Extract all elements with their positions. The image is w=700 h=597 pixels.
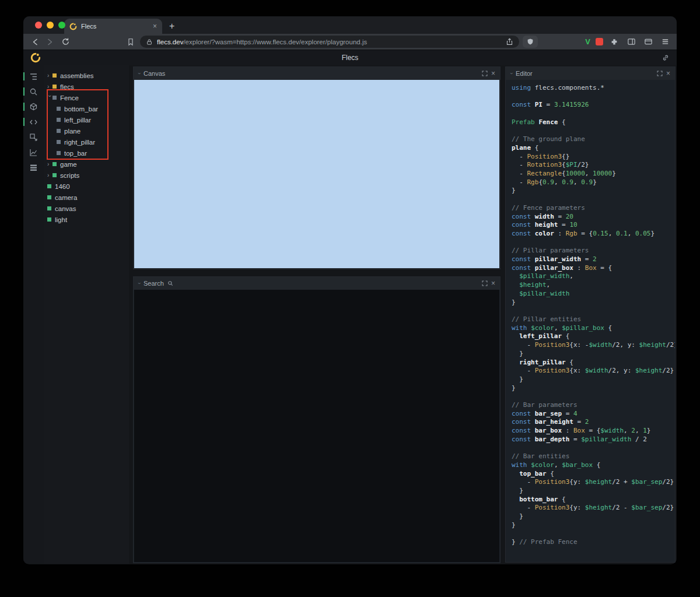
code-line: left_pillar { — [512, 332, 669, 341]
code-line: } — [512, 187, 669, 195]
share-icon[interactable] — [506, 38, 513, 45]
canvas-panel-title: Canvas — [144, 70, 165, 77]
tree-chevron-icon[interactable]: › — [47, 172, 52, 178]
expand-icon[interactable] — [482, 280, 488, 286]
editor-code[interactable]: using flecs.components.* const PI = 3.14… — [506, 80, 675, 562]
code-line: // Pillar parameters — [512, 247, 669, 255]
close-icon[interactable]: × — [666, 69, 670, 78]
code-line: bottom_bar { — [512, 496, 669, 504]
code-line: $pillar_width — [512, 290, 669, 298]
stats-rows-icon[interactable] — [23, 160, 44, 175]
chart-icon[interactable] — [23, 145, 44, 160]
search-results-area[interactable] — [134, 290, 499, 562]
tree-item-label: bottom_bar — [64, 106, 98, 113]
sidebar-panel-icon[interactable] — [625, 36, 637, 48]
tree-item-right_pillar[interactable]: right_pillar — [44, 136, 129, 148]
flecs-logo[interactable] — [30, 52, 41, 63]
tree-item-canvas[interactable]: canvas — [44, 203, 129, 214]
expand-icon[interactable] — [482, 71, 488, 76]
red-extension-icon[interactable] — [596, 38, 603, 45]
window-zoom-button[interactable] — [58, 22, 65, 29]
url-domain: flecs.dev — [157, 38, 183, 45]
tree-item-assemblies[interactable]: ›assemblies — [44, 70, 129, 81]
tree-item-Fence[interactable]: ›Fence — [44, 92, 129, 103]
shield-extension-icon[interactable] — [523, 36, 538, 48]
tree-item-bottom_bar[interactable]: bottom_bar — [44, 103, 129, 114]
tree-item-camera[interactable]: camera — [44, 192, 129, 203]
code-line: - Position3{y: $height/2 + $bar_sep/2} — [512, 478, 669, 487]
code-line: // Bar parameters — [512, 401, 669, 410]
back-button[interactable] — [29, 36, 41, 48]
entity-square-icon — [47, 195, 51, 199]
entity-square-icon — [52, 96, 57, 100]
window-minimize-button[interactable] — [47, 22, 54, 29]
tree-item-label: plane — [64, 128, 80, 135]
wallet-card-icon[interactable] — [642, 36, 654, 48]
new-tab-button[interactable]: + — [169, 21, 174, 31]
panel-chevron-icon[interactable]: › — [136, 283, 142, 285]
code-line: // Pillar entities — [512, 315, 669, 324]
code-line — [512, 307, 669, 315]
tree-item-flecs[interactable]: ›flecs — [44, 81, 129, 92]
entity-tree-panel: ›assemblies›flecs›Fencebottom_barleft_pi… — [44, 65, 129, 564]
browser-tab[interactable]: Flecs × — [64, 19, 162, 34]
forward-button[interactable] — [44, 36, 56, 48]
tab-strip: Flecs × + — [23, 16, 677, 34]
tree-item-1460[interactable]: 1460 — [44, 181, 129, 192]
window-close-button[interactable] — [35, 22, 42, 29]
code-line: const width = 20 — [512, 213, 669, 222]
panel-chevron-icon[interactable]: › — [509, 73, 514, 75]
code-line — [512, 392, 669, 401]
menu-icon[interactable] — [659, 36, 671, 48]
cube-icon[interactable] — [23, 99, 44, 114]
code-line: - Rectangle{10000, 10000} — [512, 170, 669, 178]
canvas-viewport[interactable] — [134, 80, 499, 268]
canvas-panel: › Canvas × — [133, 66, 501, 269]
icon-rail — [23, 65, 44, 564]
tree-item-light[interactable]: light — [44, 214, 129, 225]
close-icon[interactable]: × — [491, 279, 495, 287]
address-bar[interactable]: flecs.dev/explorer/?wasm=https://www.fle… — [140, 36, 519, 48]
bookmark-icon[interactable] — [125, 36, 136, 48]
code-line: const bar_height = 2 — [512, 418, 669, 427]
tree-item-plane[interactable]: plane — [44, 125, 129, 136]
close-icon[interactable]: × — [491, 69, 495, 78]
entity-tree-icon[interactable] — [23, 69, 44, 84]
tree-chevron-icon[interactable]: › — [47, 83, 52, 90]
tree-item-game[interactable]: ›game — [44, 159, 129, 170]
v-extension-icon[interactable]: V — [585, 37, 590, 46]
search-panel: › Search × — [133, 276, 501, 563]
editor-panel-header: › Editor × — [506, 67, 675, 80]
tree-item-top_bar[interactable]: top_bar — [44, 148, 129, 159]
puzzle-extensions-icon[interactable] — [608, 36, 620, 48]
lock-icon[interactable] — [146, 38, 153, 45]
search-panel-title: Search — [144, 280, 164, 287]
main-area: ›assemblies›flecs›Fencebottom_barleft_pi… — [23, 65, 677, 564]
tree-item-label: top_bar — [64, 150, 87, 157]
code-icon[interactable] — [23, 114, 44, 129]
search-panel-header: › Search × — [134, 277, 500, 290]
search-icon[interactable] — [23, 84, 44, 99]
tree-item-label: Fence — [60, 94, 79, 101]
code-line — [512, 127, 669, 136]
link-icon[interactable] — [662, 54, 670, 62]
tree-item-left_pillar[interactable]: left_pillar — [44, 114, 129, 125]
tree-item-label: canvas — [55, 205, 76, 212]
inspect-cursor-icon[interactable] — [23, 129, 44, 145]
tree-item-label: flecs — [60, 83, 74, 90]
code-line — [512, 93, 669, 101]
reload-button[interactable] — [60, 36, 71, 48]
tree-chevron-icon[interactable]: › — [47, 161, 52, 167]
expand-icon[interactable] — [657, 71, 663, 76]
code-line: } — [512, 375, 669, 384]
tree-chevron-icon[interactable]: › — [47, 72, 52, 79]
code-line — [512, 195, 669, 204]
tab-close-icon[interactable]: × — [153, 22, 157, 30]
code-line: const bar_sep = 4 — [512, 410, 669, 419]
tree-chevron-icon[interactable]: › — [47, 95, 53, 100]
code-line: } — [512, 350, 669, 359]
panel-chevron-icon[interactable]: › — [136, 73, 142, 75]
code-line: using flecs.components.* — [512, 84, 669, 93]
code-line: const bar_depth = $pillar_width / 2 — [512, 436, 669, 444]
tree-item-scripts[interactable]: ›scripts — [44, 170, 129, 181]
